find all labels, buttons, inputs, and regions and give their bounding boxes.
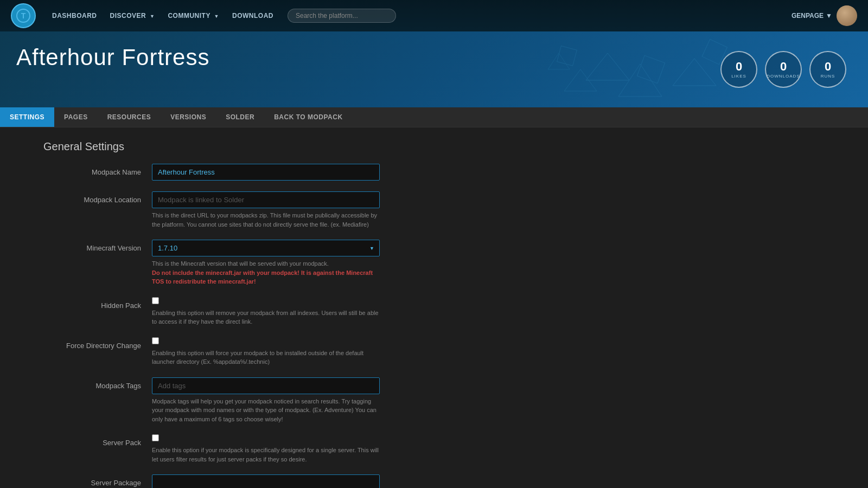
modpack-tags-row: Modpack Tags Modpack tags will help you … (43, 377, 825, 424)
nav-community[interactable]: COMMUNITY ▼ (162, 9, 225, 23)
modpack-name-input[interactable] (152, 164, 380, 181)
hero-stats: 0 LIKES 0 DOWNLOADS 0 RUNS (720, 51, 846, 88)
hidden-pack-checkbox[interactable] (152, 297, 159, 304)
server-package-row: Server Package If your modpack has a ser… (43, 474, 825, 488)
server-package-label: Server Package (43, 474, 152, 487)
top-navigation: T DASHBOARD DISCOVER ▼ COMMUNITY ▼ DOWNL… (0, 0, 868, 31)
section-title: General Settings (43, 140, 825, 153)
hidden-pack-label: Hidden Pack (43, 297, 152, 310)
minecraft-version-select-wrap: 1.7.10 1.8 1.9 1.10 1.12.2 1.16.5 (152, 240, 380, 256)
modpack-name-control (152, 164, 380, 181)
stat-likes: 0 LIKES (720, 51, 757, 88)
hidden-pack-row: Hidden Pack Enabling this option will re… (43, 297, 825, 326)
subnav-resources[interactable]: RESOURCES (98, 107, 161, 127)
nav-right: GENPAGE ▼ (792, 5, 857, 26)
user-dropdown-arrow: ▼ (826, 12, 832, 20)
modpack-tags-hint: Modpack tags will help you get your modp… (152, 397, 380, 424)
stat-downloads: 0 DOWNLOADS (765, 51, 802, 88)
svg-text:T: T (21, 11, 26, 20)
nav-discover[interactable]: DISCOVER ▼ (105, 9, 161, 23)
subnav-settings[interactable]: SETTINGS (0, 107, 54, 127)
modpack-tags-input[interactable] (152, 377, 380, 394)
avatar-image (837, 5, 857, 26)
force-directory-control: Enabling this option will force your mod… (152, 337, 380, 367)
hidden-pack-control: Enabling this option will remove your mo… (152, 297, 380, 326)
minecraft-version-select[interactable]: 1.7.10 1.8 1.9 1.10 1.12.2 1.16.5 (152, 240, 380, 256)
user-menu[interactable]: GENPAGE ▼ (792, 12, 832, 20)
force-directory-checkbox[interactable] (152, 337, 159, 344)
discover-dropdown-arrow: ▼ (150, 14, 155, 19)
modpack-location-label: Modpack Location (43, 191, 152, 204)
nav-download[interactable]: DOWNLOAD (227, 9, 279, 23)
server-pack-hint: Enable this option if your modpack is sp… (152, 446, 380, 464)
modpack-tags-control: Modpack tags will help you get your modp… (152, 377, 380, 424)
sub-navigation: SETTINGS PAGES RESOURCES VERSIONS SOLDER… (0, 107, 868, 127)
modpack-location-input[interactable] (152, 191, 380, 208)
server-package-input[interactable] (152, 474, 380, 488)
minecraft-version-control: 1.7.10 1.8 1.9 1.10 1.12.2 1.16.5 This i… (152, 240, 380, 286)
modpack-location-hint: This is the direct URL to your modpacks … (152, 211, 380, 229)
force-directory-row: Force Directory Change Enabling this opt… (43, 337, 825, 367)
modpack-name-row: Modpack Name (43, 164, 825, 181)
server-pack-row: Server Pack Enable this option if your m… (43, 434, 825, 464)
minecraft-version-row: Minecraft Version 1.7.10 1.8 1.9 1.10 1.… (43, 240, 825, 286)
minecraft-version-label: Minecraft Version (43, 240, 152, 252)
main-content: General Settings Modpack Name Modpack Lo… (0, 127, 868, 488)
server-pack-checkbox[interactable] (152, 434, 159, 441)
nav-links: DASHBOARD DISCOVER ▼ COMMUNITY ▼ DOWNLOA… (47, 9, 279, 23)
server-pack-label: Server Pack (43, 434, 152, 447)
modpack-location-row: Modpack Location This is the direct URL … (43, 191, 825, 229)
nav-dashboard[interactable]: DASHBOARD (47, 9, 103, 23)
hidden-pack-hint: Enabling this option will remove your mo… (152, 309, 380, 326)
search-input[interactable] (288, 9, 396, 23)
modpack-location-control: This is the direct URL to your modpacks … (152, 191, 380, 229)
subnav-back-to-modpack[interactable]: BACK TO MODPACK (264, 107, 352, 127)
subnav-solder[interactable]: SOLDER (216, 107, 264, 127)
community-dropdown-arrow: ▼ (214, 14, 219, 19)
force-directory-label: Force Directory Change (43, 337, 152, 350)
modpack-tags-label: Modpack Tags (43, 377, 152, 390)
minecraft-version-hint: This is the Minecraft version that will … (152, 259, 380, 286)
server-package-control: If your modpack has a server package for… (152, 474, 380, 488)
avatar[interactable] (837, 5, 857, 26)
hero-section: Afterhour Fortress 0 LIKES 0 DOWNLOADS 0… (0, 31, 868, 107)
subnav-versions[interactable]: VERSIONS (161, 107, 216, 127)
modpack-name-label: Modpack Name (43, 164, 152, 176)
force-directory-hint: Enabling this option will force your mod… (152, 349, 380, 367)
stat-runs: 0 RUNS (809, 51, 846, 88)
site-logo[interactable]: T (11, 3, 36, 28)
subnav-pages[interactable]: PAGES (54, 107, 98, 127)
server-pack-control: Enable this option if your modpack is sp… (152, 434, 380, 464)
